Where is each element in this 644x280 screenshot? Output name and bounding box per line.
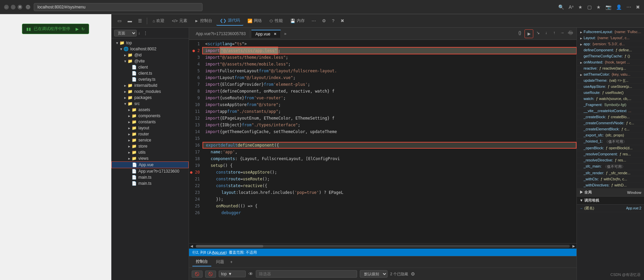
scope-item-reactive[interactable]: ► reactive: ƒ reactive(targ... <box>577 66 644 72</box>
nav-reload-button[interactable]: ✖ <box>18 5 22 9</box>
more-icon[interactable]: ⋯ <box>626 4 631 10</box>
help-icon[interactable]: ? <box>329 17 337 25</box>
scope-item-getthemeconfigcache[interactable]: ► getThemeConfigCache: ƒ () <box>577 53 644 59</box>
console-tab-console[interactable]: 控制台 <box>192 257 211 266</box>
console-tab-issues[interactable]: 问题 <box>213 258 227 266</box>
scope-item-fragment[interactable]: ► _Fragment: Symbol(v-fgt) <box>577 102 644 108</box>
page-workspace-select[interactable]: 页面 工作区 <box>114 30 137 36</box>
scope-expand-onmounted[interactable]: ► <box>580 61 583 65</box>
tab-close-app-vue[interactable]: ✖ <box>274 32 276 36</box>
callstack-item-anon[interactable]: → (匿名) App.vue:2 <box>577 205 644 212</box>
clear-console-button[interactable]: 🚫 <box>192 271 203 278</box>
drawer-icon[interactable]: ☰ <box>135 17 145 25</box>
scope-item-definecomponent[interactable]: ► defineComponent: ƒ define... <box>577 47 644 53</box>
add-tab-button[interactable]: + <box>229 258 234 266</box>
scroll-right-button[interactable]: ▶ <box>571 244 576 248</box>
scope-item-exportsfc[interactable]: ► _export_sfc: (sfc, props) <box>577 132 644 138</box>
tree-item-components[interactable]: ► 📁 components <box>111 113 189 119</box>
tree-item-packages[interactable]: ► 📁 packages <box>111 95 189 101</box>
tabs-overflow-button[interactable]: » <box>282 30 289 37</box>
tab-sources[interactable]: ❮❯ 源代码 <box>216 16 243 26</box>
tree-item-localhost[interactable]: ▼ 🌐 localhost:8002 <box>111 46 189 52</box>
scope-item-sfcmain[interactable]: ► _sfc_main: 〈值不可用〉 <box>577 163 644 170</box>
scope-item-createblock[interactable]: ► _createBlock: ƒ createBlo... <box>577 114 644 120</box>
scope-expand-fullscreenlayout[interactable]: ► <box>580 30 583 34</box>
code-area[interactable]: 1 ● 2 3 4 5 6 7 8 9 10 11 12 13 14 <box>189 40 576 243</box>
scope-item-useappstore[interactable]: ► useAppStore: ƒ useStore(p... <box>577 84 644 90</box>
scope-item-updatetheme[interactable]: ► updateTheme: (val) => {(... <box>577 78 644 84</box>
horizontal-scrollbar[interactable]: ◀ ▶ <box>189 243 576 249</box>
filter-toggle-button[interactable]: 🚫 <box>205 271 216 278</box>
nav-forward-button[interactable]: → <box>11 5 16 9</box>
more-tools-icon[interactable]: ⋯ <box>309 17 319 25</box>
nav-back-button[interactable]: ← <box>4 5 9 9</box>
address-bar[interactable]: localhost:8002/#/sys/menu <box>34 3 203 11</box>
tree-item-client-ts[interactable]: ► 📄 client.ts <box>111 70 189 76</box>
tree-item-top[interactable]: ▼ 📁 top <box>111 40 189 46</box>
people-icon[interactable]: 👤 <box>616 4 622 10</box>
tab-app-vue[interactable]: App.vue ✖ <box>251 30 281 38</box>
tree-item-utils[interactable]: ► 📁 utils <box>111 149 189 155</box>
tree-item-internal-build[interactable]: ► 📁 internal/build <box>111 82 189 88</box>
tree-item-main-ts[interactable]: ► 📄 main.ts <box>111 174 189 180</box>
tree-item-node-modules[interactable]: ► 📁 node_modules <box>111 88 189 95</box>
tree-item-router[interactable]: ► 📁 router <box>111 131 189 137</box>
font-icon[interactable]: Aᵃ <box>569 4 573 10</box>
scroll-left-button[interactable]: ◀ <box>189 244 194 248</box>
tab-performance[interactable]: ⏲ 性能 <box>266 16 286 25</box>
tab-elements[interactable]: </> 元素 <box>168 16 190 25</box>
step-icon[interactable]: → <box>559 29 566 36</box>
context-selector[interactable]: top ▼ <box>219 271 246 277</box>
tree-item-vite[interactable]: ▼ 📁 @vite <box>111 58 189 64</box>
scope-item-app[interactable]: ► app: {version: '5.3.0', d... <box>577 41 644 47</box>
scope-item-useroute[interactable]: ► useRoute: ƒ useRoute() <box>577 90 644 96</box>
pretty-print-button[interactable]: {} <box>516 29 523 36</box>
scope-item-withdirectives[interactable]: ► _withDirectives: ƒ withD... <box>577 182 644 188</box>
scope-expand-setthemecolor[interactable]: ► <box>580 73 583 77</box>
split-view-icon[interactable]: ▢ <box>587 4 592 10</box>
scope-item-setthemecolor[interactable]: ► setThemeColor: {key, valu... <box>577 72 644 78</box>
tree-item-overlay-ts[interactable]: ► 📄 overlay.ts <box>111 76 189 82</box>
scope-item-watch[interactable]: ► watch: ƒ watch(source, cb,... <box>577 96 644 102</box>
scope-item-resolvedirective[interactable]: ► _resolveDirective: ƒ res... <box>577 157 644 163</box>
tree-item-app-vue[interactable]: ► 📄 App.vue <box>111 161 189 168</box>
scope-expand-layout[interactable]: ► <box>580 36 583 40</box>
tree-item-src[interactable]: ▼ 📁 src <box>111 101 189 107</box>
step-into-icon[interactable]: ↓ <box>543 29 549 36</box>
tree-item-layout[interactable]: ► 📁 layout <box>111 125 189 131</box>
tab-app-vue-cache[interactable]: App.vue?t=1713236005783 <box>192 30 250 37</box>
step-over-icon[interactable]: ↘ <box>535 29 541 36</box>
scope-item-withctx[interactable]: ► _withCtx: ƒ withCtx(fn, c... <box>577 176 644 182</box>
tree-item-app-vue-cache[interactable]: ► 📄 App.vue?t=171323600 <box>111 168 189 174</box>
scrollbar-thumb[interactable] <box>196 245 263 248</box>
tree-item-views[interactable]: ► 📁 views <box>111 155 189 161</box>
scope-item-resolvecomponent[interactable]: ► _resolveComponent: ƒ res... <box>577 151 644 157</box>
sync-button[interactable]: ↓ <box>138 31 140 35</box>
dock-bottom-icon[interactable]: ▭ <box>115 17 124 25</box>
step-out-icon[interactable]: ↑ <box>551 29 558 36</box>
tree-item-id[interactable]: ► 📁 @id <box>111 52 189 58</box>
callstack-section[interactable]: ▼ 调用堆栈 <box>577 197 644 205</box>
log-level-select[interactable]: 默认级别 <box>360 270 387 278</box>
resume-button[interactable]: ▶ <box>76 27 79 31</box>
eye-icon[interactable]: 👁 <box>248 271 253 277</box>
collections-icon[interactable]: 📷 <box>606 4 611 10</box>
scope-expand-app[interactable]: ► <box>580 43 583 46</box>
scope-item-createcommentvnode[interactable]: ► _createCommentVNode: ƒ c... <box>577 120 644 126</box>
info-icon[interactable]: ⓘ <box>26 5 30 9</box>
scope-global-section[interactable]: ▶ 全局 Window <box>577 188 644 197</box>
tree-item-store[interactable]: ► 📁 store <box>111 143 189 149</box>
scope-item-onmounted[interactable]: ► onMounted: {hook, target ... <box>577 59 644 66</box>
scope-item-hoisted1[interactable]: ► _hoisted_1: 〈值不可用〉 <box>577 138 644 145</box>
dock-side-icon[interactable]: ▬ <box>125 17 135 25</box>
scrollbar-track[interactable] <box>196 245 570 248</box>
tree-item-assets[interactable]: ► 📁 assets <box>111 107 189 113</box>
close-icon[interactable]: ✖ <box>636 4 640 10</box>
scope-item-layout[interactable]: ► Layout: {name: 'Layout', c... <box>577 35 644 41</box>
close-devtools-icon[interactable]: ✖ <box>338 17 347 25</box>
search-icon[interactable]: 🔍 <box>558 4 564 10</box>
file-link[interactable]: App.vue <box>212 250 225 254</box>
star-icon[interactable]: ★ <box>578 4 583 10</box>
tab-memory[interactable]: 💾 内存 <box>287 16 308 25</box>
scope-item-openblock[interactable]: ► _openBlock: ƒ openBlock(d... <box>577 145 644 151</box>
